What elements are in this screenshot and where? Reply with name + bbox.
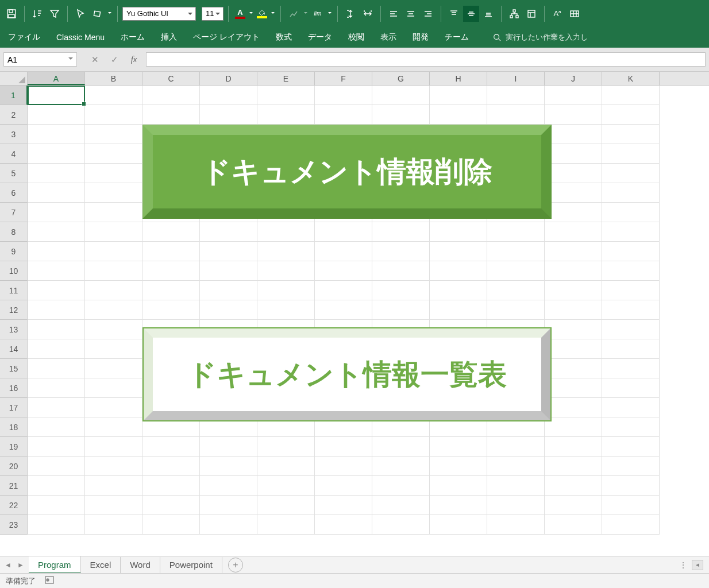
cell[interactable]	[257, 457, 315, 476]
cell[interactable]	[602, 203, 660, 222]
cell[interactable]	[200, 515, 257, 535]
cell[interactable]	[545, 183, 602, 203]
formula-input[interactable]	[146, 52, 706, 67]
cell[interactable]	[142, 300, 200, 320]
cell[interactable]	[28, 203, 85, 222]
cell[interactable]	[602, 300, 660, 320]
shape-dropdown-icon[interactable]	[107, 12, 113, 16]
cell[interactable]	[85, 144, 142, 164]
cell[interactable]	[142, 437, 200, 457]
cell[interactable]	[315, 281, 372, 300]
chart-dropdown-icon[interactable]	[303, 12, 309, 16]
cell[interactable]	[85, 222, 142, 242]
tab-review[interactable]: 校閲	[348, 32, 364, 42]
cell[interactable]	[602, 222, 660, 242]
cell[interactable]	[487, 222, 545, 242]
cell[interactable]	[602, 398, 660, 417]
cell[interactable]	[602, 457, 660, 476]
cell[interactable]	[28, 105, 85, 125]
cell[interactable]	[257, 242, 315, 261]
cell[interactable]	[545, 222, 602, 242]
cell[interactable]	[545, 203, 602, 222]
row-header[interactable]: 14	[0, 339, 28, 359]
hierarchy-icon[interactable]	[506, 6, 522, 22]
cell[interactable]	[487, 105, 545, 125]
cell[interactable]	[28, 339, 85, 359]
row-header[interactable]: 22	[0, 496, 28, 515]
cell[interactable]	[545, 476, 602, 496]
cell[interactable]	[602, 476, 660, 496]
column-header[interactable]: D	[200, 72, 257, 85]
form-icon[interactable]	[523, 6, 540, 22]
cell[interactable]	[602, 183, 660, 203]
row-header[interactable]: 15	[0, 359, 28, 378]
cell[interactable]	[85, 378, 142, 398]
cell[interactable]	[545, 105, 602, 125]
cell[interactable]	[257, 496, 315, 515]
row-height-icon[interactable]	[342, 6, 359, 22]
cell[interactable]	[85, 320, 142, 339]
cell[interactable]	[315, 86, 372, 105]
cell[interactable]	[372, 242, 430, 261]
cell[interactable]	[28, 144, 85, 164]
cell[interactable]	[200, 242, 257, 261]
grid-icon[interactable]	[567, 6, 583, 22]
cell[interactable]	[487, 437, 545, 457]
cell[interactable]	[602, 144, 660, 164]
cell[interactable]	[28, 261, 85, 281]
cell[interactable]	[545, 164, 602, 183]
sheet-tab-word[interactable]: Word	[121, 557, 160, 573]
cell[interactable]	[545, 496, 602, 515]
sheet-tab-excel[interactable]: Excel	[81, 557, 121, 573]
cell[interactable]	[430, 496, 487, 515]
cell[interactable]	[315, 242, 372, 261]
cell[interactable]	[28, 417, 85, 437]
cell[interactable]	[257, 86, 315, 105]
cell[interactable]	[28, 398, 85, 417]
column-header[interactable]: E	[257, 72, 315, 85]
cell[interactable]	[142, 261, 200, 281]
cell[interactable]	[200, 437, 257, 457]
fill-color-dropdown-icon[interactable]	[270, 12, 276, 16]
cell[interactable]	[28, 437, 85, 457]
cell[interactable]	[85, 261, 142, 281]
row-header[interactable]: 19	[0, 437, 28, 457]
cell[interactable]	[85, 515, 142, 535]
tab-insert[interactable]: 挿入	[161, 32, 177, 42]
align-right-icon[interactable]	[420, 6, 436, 22]
cell[interactable]	[315, 105, 372, 125]
cell[interactable]	[545, 300, 602, 320]
cell[interactable]	[372, 476, 430, 496]
cell[interactable]	[142, 222, 200, 242]
column-header[interactable]: K	[602, 72, 660, 85]
cell[interactable]	[257, 105, 315, 125]
tab-file[interactable]: ファイル	[8, 32, 40, 42]
cell[interactable]	[545, 417, 602, 437]
row-header[interactable]: 9	[0, 242, 28, 261]
cell[interactable]	[85, 339, 142, 359]
cell[interactable]	[602, 242, 660, 261]
cell[interactable]	[142, 476, 200, 496]
add-sheet-button[interactable]: +	[228, 558, 243, 572]
cell[interactable]	[85, 281, 142, 300]
row-header[interactable]: 11	[0, 281, 28, 300]
cell[interactable]	[28, 496, 85, 515]
cell[interactable]	[372, 281, 430, 300]
tab-data[interactable]: データ	[308, 32, 332, 42]
cell[interactable]	[430, 281, 487, 300]
cell[interactable]	[487, 496, 545, 515]
cell[interactable]	[200, 261, 257, 281]
cell[interactable]	[602, 261, 660, 281]
tab-team[interactable]: チーム	[445, 32, 469, 42]
cell[interactable]	[602, 496, 660, 515]
scroll-left-button[interactable]: ◄	[692, 560, 703, 570]
cell[interactable]	[430, 242, 487, 261]
cell[interactable]	[430, 222, 487, 242]
cell[interactable]	[200, 105, 257, 125]
cell[interactable]	[85, 398, 142, 417]
row-header[interactable]: 5	[0, 164, 28, 183]
cell[interactable]	[28, 164, 85, 183]
cell[interactable]	[545, 281, 602, 300]
name-box[interactable]: A1	[3, 52, 77, 67]
cell[interactable]	[85, 86, 142, 105]
